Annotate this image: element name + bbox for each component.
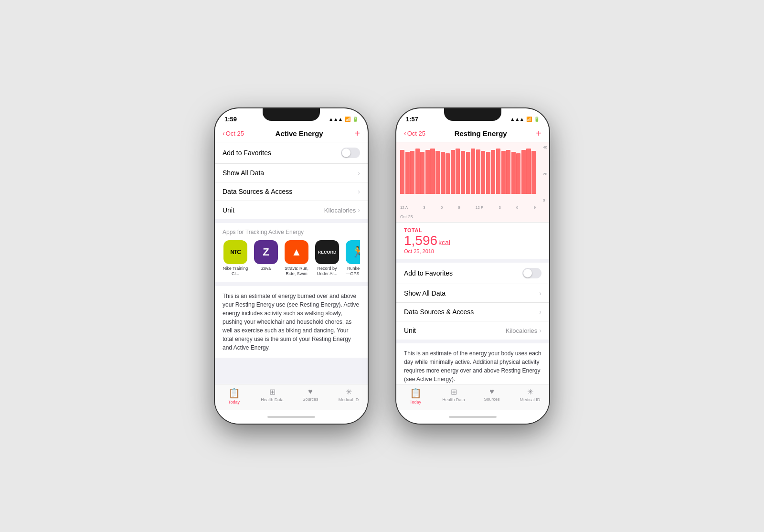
add-button-2[interactable]: +: [536, 128, 541, 138]
bar-16: [476, 149, 480, 194]
chevron-right-icon-6: ›: [539, 327, 541, 334]
show-all-data-row[interactable]: Show All Data ›: [215, 164, 368, 182]
signal-icon: ▲▲▲: [329, 117, 343, 122]
screen-content[interactable]: Add to Favorites Show All Data › Data So…: [215, 142, 368, 384]
favorites-label-2: Add to Favorites: [404, 269, 453, 277]
bar-26: [526, 149, 531, 194]
app-zova[interactable]: Z Zova: [253, 240, 279, 277]
description-section: This is an estimate of energy burned ove…: [215, 286, 368, 358]
unit-value: Kilocalories: [324, 207, 356, 214]
strava-label: Strava: Run, Ride, Swim: [284, 266, 309, 277]
phone-active-energy: 1:59 ▲▲▲ 📶 🔋 ‹ Oct 25 Active Energy + Ad…: [215, 108, 368, 424]
description-text-2: This is an estimate of the energy your b…: [404, 349, 541, 383]
unit-value-2: Kilocalories: [506, 327, 537, 334]
today-icon: 📋: [228, 387, 240, 399]
zova-label: Zova: [261, 266, 271, 271]
back-button[interactable]: ‹ Oct 25: [223, 129, 244, 137]
app-runkeeper[interactable]: 🏃 Runkeeper —GPS Ru...: [345, 240, 360, 277]
chevron-right-icon-3: ›: [358, 206, 360, 214]
home-indicator: [215, 410, 368, 424]
home-indicator-2: [396, 410, 549, 424]
tab-today[interactable]: 📋 Today: [215, 387, 253, 404]
bar-12: [456, 149, 460, 194]
favorites-row-2[interactable]: Add to Favorites: [396, 263, 549, 284]
total-section: TOTAL 1,596 kcal Oct 25, 2018: [396, 222, 549, 259]
chevron-right-icon-5: ›: [539, 308, 541, 316]
bar-27: [531, 151, 536, 194]
tab-health-data[interactable]: ⊞ Health Data: [253, 387, 291, 404]
total-number: 1,596: [404, 233, 437, 248]
x-label-6b: 6: [516, 205, 518, 210]
apps-label: Apps for Tracking Active Energy: [223, 229, 360, 235]
tab-today-2[interactable]: 📋 Today: [396, 387, 435, 404]
back-label-2[interactable]: Oct 25: [407, 130, 425, 137]
tab-sources[interactable]: ♥ Sources: [291, 387, 329, 404]
screen-content-2[interactable]: 40 20 0 12 A 3 6 9 12 P 3 6 9: [396, 142, 549, 384]
nav-bar-2: ‹ Oct 25 Resting Energy +: [396, 127, 549, 142]
data-sources-label-2: Data Sources & Access: [404, 308, 474, 316]
chevron-left-icon: ‹: [223, 129, 225, 137]
add-button[interactable]: +: [354, 128, 360, 138]
wifi-icon-2: 📶: [526, 117, 532, 122]
bar-8: [435, 151, 440, 194]
bar-2: [405, 152, 410, 194]
description-text: This is an estimate of energy burned ove…: [223, 292, 360, 352]
x-label-9b: 9: [534, 205, 536, 210]
total-unit: kcal: [438, 239, 450, 246]
app-ntc[interactable]: NTC Nike Training Cl...: [223, 240, 248, 277]
back-button-2[interactable]: ‹ Oct 25: [404, 129, 425, 137]
bar-14: [466, 152, 470, 194]
y-axis-labels: 40 20 0: [543, 145, 547, 204]
app-strava[interactable]: ▲ Strava: Run, Ride, Swim: [284, 240, 309, 277]
chevron-right-icon: ›: [358, 169, 360, 177]
favorites-toggle[interactable]: [341, 148, 360, 158]
chevron-right-icon-2: ›: [358, 188, 360, 195]
nav-bar: ‹ Oct 25 Active Energy +: [215, 127, 368, 142]
chevron-left-icon-2: ‹: [404, 129, 406, 137]
description-section-2: This is an estimate of the energy your b…: [396, 343, 549, 384]
status-time: 1:59: [224, 116, 237, 123]
data-sources-label: Data Sources & Access: [223, 188, 292, 195]
tab-medical-id[interactable]: ✳ Medical ID: [329, 387, 368, 404]
health-data-icon-2: ⊞: [451, 387, 457, 396]
favorites-row[interactable]: Add to Favorites: [215, 142, 368, 164]
tab-medical-id-2[interactable]: ✳ Medical ID: [511, 387, 549, 404]
back-label[interactable]: Oct 25: [226, 130, 244, 137]
ntc-icon: NTC: [223, 240, 247, 264]
tab-health-data-2[interactable]: ⊞ Health Data: [435, 387, 473, 404]
bar-chart: [400, 146, 536, 194]
notch-2: [444, 108, 501, 121]
app-record[interactable]: RECORD Record by Under Ar...: [314, 240, 340, 277]
bar-11: [451, 150, 455, 194]
data-sources-row[interactable]: Data Sources & Access ›: [215, 182, 368, 201]
record-label: Record by Under Ar...: [314, 266, 340, 277]
tab-bar-2: 📋 Today ⊞ Health Data ♥ Sources ✳ Medica…: [396, 384, 549, 410]
bar-15: [471, 149, 475, 194]
unit-label: Unit: [223, 206, 234, 214]
runkeeper-label: Runkeeper —GPS Ru...: [345, 266, 360, 277]
unit-row-2[interactable]: Unit Kilocalories ›: [396, 321, 549, 340]
chart-date-label: Oct 25: [396, 212, 549, 222]
x-label-3b: 3: [499, 205, 500, 210]
data-sources-row-2[interactable]: Data Sources & Access ›: [396, 303, 549, 321]
medical-id-label: Medical ID: [339, 397, 359, 402]
runkeeper-icon: 🏃: [346, 240, 360, 264]
tab-sources-2[interactable]: ♥ Sources: [473, 387, 511, 404]
apps-row: NTC Nike Training Cl... Z Zova ▲ Strava:…: [223, 240, 360, 277]
health-data-label: Health Data: [261, 397, 284, 402]
notch: [263, 108, 320, 121]
bar-25: [521, 150, 526, 194]
status-time-2: 1:57: [406, 116, 418, 123]
favorites-toggle-2[interactable]: [522, 268, 541, 278]
bar-18: [486, 152, 490, 194]
unit-row[interactable]: Unit Kilocalories ›: [215, 201, 368, 219]
nav-title-2: Resting Energy: [455, 129, 507, 138]
y-label-40: 40: [543, 145, 547, 149]
unit-right-2: Kilocalories ›: [506, 327, 541, 334]
show-all-data-label: Show All Data: [223, 169, 264, 177]
total-value: 1,596 kcal: [404, 233, 541, 248]
x-axis-labels: 12 A 3 6 9 12 P 3 6 9: [396, 204, 549, 212]
show-all-data-row-2[interactable]: Show All Data ›: [396, 284, 549, 303]
sources-icon: ♥: [308, 387, 313, 396]
bar-13: [461, 151, 465, 194]
